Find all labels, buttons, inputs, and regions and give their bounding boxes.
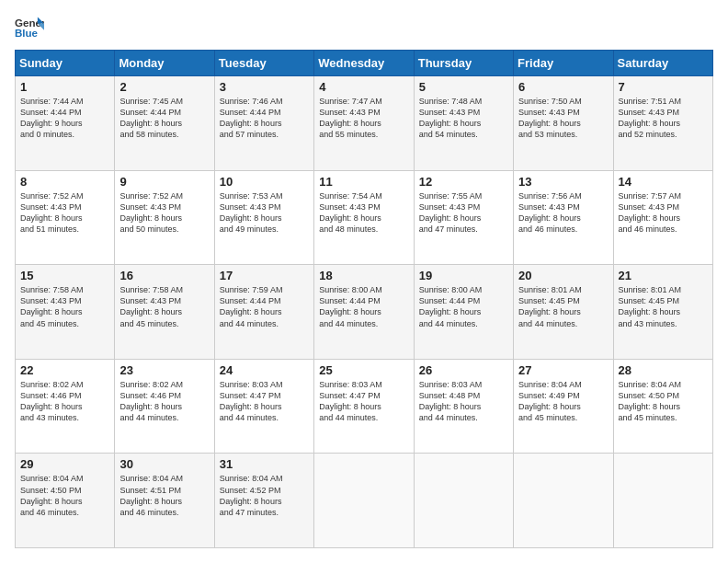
calendar-cell xyxy=(514,454,613,548)
cell-content: Sunrise: 7:50 AMSunset: 4:43 PMDaylight:… xyxy=(518,96,608,141)
calendar-cell: 9Sunrise: 7:52 AMSunset: 4:43 PMDaylight… xyxy=(115,170,214,265)
cell-content: Sunrise: 7:57 AMSunset: 4:43 PMDaylight:… xyxy=(619,190,708,236)
week-row-3: 15Sunrise: 7:58 AMSunset: 4:43 PMDayligh… xyxy=(16,265,713,360)
calendar-cell: 7Sunrise: 7:51 AMSunset: 4:43 PMDaylight… xyxy=(613,76,712,171)
calendar-cell: 18Sunrise: 8:00 AMSunset: 4:44 PMDayligh… xyxy=(314,265,414,360)
cell-content: Sunrise: 8:04 AMSunset: 4:50 PMDaylight:… xyxy=(20,473,109,518)
cell-content: Sunrise: 8:01 AMSunset: 4:45 PMDaylight:… xyxy=(518,284,608,329)
day-number: 26 xyxy=(419,363,508,377)
col-header-friday: Friday xyxy=(514,51,613,76)
calendar-cell: 15Sunrise: 7:58 AMSunset: 4:43 PMDayligh… xyxy=(16,265,115,360)
calendar-cell xyxy=(414,454,513,548)
day-number: 7 xyxy=(619,80,708,94)
cell-content: Sunrise: 8:02 AMSunset: 4:46 PMDaylight:… xyxy=(20,379,109,424)
week-row-5: 29Sunrise: 8:04 AMSunset: 4:50 PMDayligh… xyxy=(16,454,713,548)
col-header-saturday: Saturday xyxy=(613,51,712,76)
cell-content: Sunrise: 7:58 AMSunset: 4:43 PMDaylight:… xyxy=(119,284,209,329)
day-number: 15 xyxy=(20,269,109,282)
cell-content: Sunrise: 7:45 AMSunset: 4:44 PMDaylight:… xyxy=(119,96,209,141)
calendar-cell: 6Sunrise: 7:50 AMSunset: 4:43 PMDaylight… xyxy=(514,76,613,171)
day-number: 17 xyxy=(220,269,309,282)
col-header-monday: Monday xyxy=(115,51,214,76)
day-number: 13 xyxy=(518,175,608,189)
day-number: 3 xyxy=(220,80,309,94)
calendar-cell: 14Sunrise: 7:57 AMSunset: 4:43 PMDayligh… xyxy=(613,170,712,265)
cell-content: Sunrise: 8:00 AMSunset: 4:44 PMDaylight:… xyxy=(419,284,508,329)
cell-content: Sunrise: 7:56 AMSunset: 4:43 PMDaylight:… xyxy=(518,190,608,236)
cell-content: Sunrise: 8:04 AMSunset: 4:49 PMDaylight:… xyxy=(518,379,608,424)
cell-content: Sunrise: 7:53 AMSunset: 4:43 PMDaylight:… xyxy=(220,190,309,236)
cell-content: Sunrise: 7:52 AMSunset: 4:43 PMDaylight:… xyxy=(119,190,209,236)
svg-text:Blue: Blue xyxy=(15,28,39,39)
cell-content: Sunrise: 7:48 AMSunset: 4:43 PMDaylight:… xyxy=(419,96,508,141)
calendar-cell: 23Sunrise: 8:02 AMSunset: 4:46 PMDayligh… xyxy=(115,359,214,454)
cell-content: Sunrise: 8:02 AMSunset: 4:46 PMDaylight:… xyxy=(119,379,209,424)
calendar-table: SundayMondayTuesdayWednesdayThursdayFrid… xyxy=(15,50,713,548)
calendar-cell: 28Sunrise: 8:04 AMSunset: 4:50 PMDayligh… xyxy=(613,359,712,454)
cell-content: Sunrise: 8:04 AMSunset: 4:50 PMDaylight:… xyxy=(619,379,708,424)
cell-content: Sunrise: 7:55 AMSunset: 4:43 PMDaylight:… xyxy=(419,190,508,236)
calendar-cell: 30Sunrise: 8:04 AMSunset: 4:51 PMDayligh… xyxy=(115,454,214,548)
calendar-cell: 17Sunrise: 7:59 AMSunset: 4:44 PMDayligh… xyxy=(214,265,313,360)
cell-content: Sunrise: 7:47 AMSunset: 4:43 PMDaylight:… xyxy=(319,96,408,141)
day-number: 16 xyxy=(119,269,209,282)
calendar-cell: 11Sunrise: 7:54 AMSunset: 4:43 PMDayligh… xyxy=(314,170,414,265)
calendar-cell: 1Sunrise: 7:44 AMSunset: 4:44 PMDaylight… xyxy=(16,76,115,171)
day-number: 21 xyxy=(619,269,708,282)
calendar-cell: 25Sunrise: 8:03 AMSunset: 4:47 PMDayligh… xyxy=(314,359,414,454)
header-row: SundayMondayTuesdayWednesdayThursdayFrid… xyxy=(16,51,713,76)
day-number: 24 xyxy=(220,363,309,377)
cell-content: Sunrise: 8:04 AMSunset: 4:52 PMDaylight:… xyxy=(220,473,309,518)
cell-content: Sunrise: 7:51 AMSunset: 4:43 PMDaylight:… xyxy=(619,96,708,141)
calendar-cell: 13Sunrise: 7:56 AMSunset: 4:43 PMDayligh… xyxy=(514,170,613,265)
day-number: 27 xyxy=(518,363,608,377)
header: General Blue xyxy=(15,15,713,40)
calendar-cell: 19Sunrise: 8:00 AMSunset: 4:44 PMDayligh… xyxy=(414,265,513,360)
calendar-cell: 12Sunrise: 7:55 AMSunset: 4:43 PMDayligh… xyxy=(414,170,513,265)
day-number: 5 xyxy=(419,80,508,94)
day-number: 9 xyxy=(119,175,209,189)
calendar-cell: 31Sunrise: 8:04 AMSunset: 4:52 PMDayligh… xyxy=(214,454,313,548)
col-header-tuesday: Tuesday xyxy=(214,51,313,76)
col-header-wednesday: Wednesday xyxy=(314,51,414,76)
cell-content: Sunrise: 7:52 AMSunset: 4:43 PMDaylight:… xyxy=(20,190,109,236)
col-header-thursday: Thursday xyxy=(414,51,513,76)
calendar-cell: 26Sunrise: 8:03 AMSunset: 4:48 PMDayligh… xyxy=(414,359,513,454)
calendar-cell: 27Sunrise: 8:04 AMSunset: 4:49 PMDayligh… xyxy=(514,359,613,454)
cell-content: Sunrise: 7:46 AMSunset: 4:44 PMDaylight:… xyxy=(220,96,309,141)
cell-content: Sunrise: 7:58 AMSunset: 4:43 PMDaylight:… xyxy=(20,284,109,329)
day-number: 28 xyxy=(619,363,708,377)
calendar-cell: 5Sunrise: 7:48 AMSunset: 4:43 PMDaylight… xyxy=(414,76,513,171)
day-number: 30 xyxy=(119,457,209,471)
calendar-cell: 21Sunrise: 8:01 AMSunset: 4:45 PMDayligh… xyxy=(613,265,712,360)
cell-content: Sunrise: 8:03 AMSunset: 4:47 PMDaylight:… xyxy=(319,379,408,424)
logo-icon: General Blue xyxy=(15,15,44,40)
day-number: 19 xyxy=(419,269,508,282)
calendar-cell: 2Sunrise: 7:45 AMSunset: 4:44 PMDaylight… xyxy=(115,76,214,171)
day-number: 2 xyxy=(119,80,209,94)
day-number: 31 xyxy=(220,457,309,471)
calendar-cell xyxy=(613,454,712,548)
cell-content: Sunrise: 7:54 AMSunset: 4:43 PMDaylight:… xyxy=(319,190,408,236)
logo: General Blue xyxy=(15,15,44,40)
day-number: 11 xyxy=(319,175,408,189)
cell-content: Sunrise: 8:04 AMSunset: 4:51 PMDaylight:… xyxy=(119,473,209,518)
calendar-cell: 10Sunrise: 7:53 AMSunset: 4:43 PMDayligh… xyxy=(214,170,313,265)
day-number: 18 xyxy=(319,269,408,282)
day-number: 10 xyxy=(220,175,309,189)
cell-content: Sunrise: 8:00 AMSunset: 4:44 PMDaylight:… xyxy=(319,284,408,329)
day-number: 25 xyxy=(319,363,408,377)
cell-content: Sunrise: 7:44 AMSunset: 4:44 PMDaylight:… xyxy=(20,96,109,141)
day-number: 4 xyxy=(319,80,408,94)
day-number: 6 xyxy=(518,80,608,94)
cell-content: Sunrise: 8:03 AMSunset: 4:47 PMDaylight:… xyxy=(220,379,309,424)
cell-content: Sunrise: 8:03 AMSunset: 4:48 PMDaylight:… xyxy=(419,379,508,424)
day-number: 23 xyxy=(119,363,209,377)
day-number: 22 xyxy=(20,363,109,377)
calendar-cell: 16Sunrise: 7:58 AMSunset: 4:43 PMDayligh… xyxy=(115,265,214,360)
week-row-1: 1Sunrise: 7:44 AMSunset: 4:44 PMDaylight… xyxy=(16,76,713,171)
cell-content: Sunrise: 7:59 AMSunset: 4:44 PMDaylight:… xyxy=(220,284,309,329)
day-number: 29 xyxy=(20,457,109,471)
day-number: 8 xyxy=(20,175,109,189)
calendar-cell: 8Sunrise: 7:52 AMSunset: 4:43 PMDaylight… xyxy=(16,170,115,265)
